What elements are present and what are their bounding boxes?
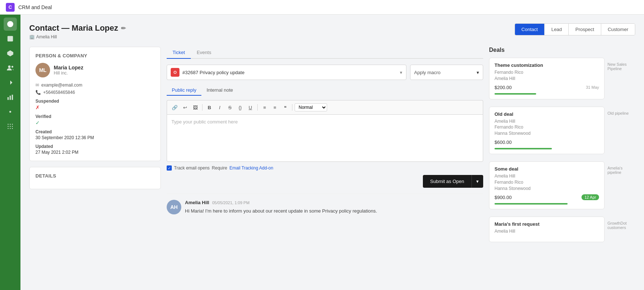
pipeline-label-3: Amelia's pipeline <box>606 161 635 175</box>
svg-point-4 <box>11 66 13 68</box>
svg-point-14 <box>12 126 13 127</box>
updated-label: Updated <box>35 144 155 149</box>
svg-rect-5 <box>8 97 9 100</box>
avatar: ML <box>35 63 50 77</box>
deal-name-4: Maria's first request <box>495 221 599 227</box>
person-company-title: Person & Company <box>35 53 155 58</box>
toolbar-sep-3 <box>292 104 292 111</box>
person-company-card: Person & Company ML Maria Lopez Hill inc… <box>29 47 161 161</box>
sidebar-icon-pipeline[interactable] <box>4 76 17 89</box>
person-info: ML Maria Lopez Hill inc. <box>35 63 155 77</box>
deal-row-2: Old deal Amelia HillFernando RicoHanna S… <box>489 107 635 158</box>
editor-placeholder: Type your public comment here <box>171 119 238 125</box>
sidebar-icon-apps[interactable] <box>4 120 17 133</box>
toolbar-ol-btn[interactable]: ≡ <box>270 103 280 112</box>
toolbar-link-btn[interactable]: 🔗 <box>170 103 179 112</box>
ticket-row: O #32687 Privacy policy update ▾ Apply m… <box>167 65 483 80</box>
deal-persons-1: Fernando RicoAmelia Hill <box>495 69 599 82</box>
email-icon: ✉ <box>35 83 39 88</box>
svg-point-15 <box>8 128 9 129</box>
deal-date-1: 31 May <box>586 85 599 89</box>
toolbar-italic-btn[interactable]: I <box>215 103 224 112</box>
ticket-chevron-icon: ▾ <box>400 70 402 75</box>
deal-amount-3: $900.00 <box>495 195 512 200</box>
comment-avatar: AH <box>167 200 181 214</box>
sidebar-icon-products[interactable] <box>4 47 17 60</box>
deal-card-3: Some deal Amelia HillFernando RicoHanna … <box>489 161 605 209</box>
track-email-checkbox[interactable]: ✓ <box>167 165 172 171</box>
sidebar-icon-home[interactable] <box>4 18 17 31</box>
toolbar-ul-btn[interactable]: ≡ <box>260 103 269 112</box>
deals-list: Theme customization Fernando RicoAmelia … <box>489 58 635 246</box>
top-bar: C CRM and Deal <box>0 0 644 15</box>
tab-events[interactable]: Events <box>191 47 217 59</box>
pipeline-label-2: Old pipeline <box>606 107 635 115</box>
created-value: 30 September 2020 12:36 PM <box>35 135 155 140</box>
toolbar-undo-btn[interactable]: ↩ <box>180 103 190 112</box>
page-header: Contact — Maria Lopez ✏ 🏢 Amelia Hill Co… <box>29 23 635 39</box>
sidebar-icon-settings[interactable] <box>4 105 17 118</box>
toolbar-underline-btn[interactable]: U <box>246 103 255 112</box>
deal-date-3: 12 Apr <box>582 194 599 200</box>
sidebar-icon-reports[interactable] <box>4 91 17 104</box>
toolbar-strike-btn[interactable]: S <box>225 103 235 112</box>
editor-area[interactable]: Type your public comment here <box>167 114 483 162</box>
main-content: Contact — Maria Lopez ✏ 🏢 Amelia Hill Co… <box>20 15 644 290</box>
deal-card-1: Theme customization Fernando RicoAmelia … <box>489 58 605 99</box>
deal-footer-1: $200.00 31 May <box>495 85 599 90</box>
person-company-name: Hill inc. <box>54 70 83 76</box>
macro-label: Apply macro <box>414 70 474 75</box>
svg-point-11 <box>12 124 13 125</box>
pipeline-label-1: New Sales Pipeline <box>606 58 635 71</box>
editor-toolbar: 🔗 ↩ 🖼 B I S {} U ≡ ≡ ❝ <box>167 100 483 114</box>
tab-contact[interactable]: Contact <box>515 24 545 35</box>
toolbar-quote-btn[interactable]: ❝ <box>280 103 290 112</box>
format-select[interactable]: Normal Heading 1 Heading 2 Heading 3 <box>295 103 327 111</box>
verified-label: Verified <box>35 114 155 119</box>
company-building-icon: 🏢 <box>29 34 35 39</box>
deal-row-4: Maria's first request Amelia Hill Growth… <box>489 217 635 246</box>
main-tabs: Ticket Events <box>167 47 483 59</box>
deal-name-3: Some deal <box>495 166 599 172</box>
macro-selector[interactable]: Apply macro ▾ <box>410 65 483 80</box>
app-title: CRM and Deal <box>18 4 52 10</box>
deal-footer-2: $600.00 <box>495 140 599 145</box>
tab-prospect[interactable]: Prospect <box>568 24 601 35</box>
comment-header: Amelia Hill 05/05/2021, 1:09 PM <box>185 200 483 205</box>
email-tracking-link[interactable]: Email Tracking Add-on <box>230 165 273 171</box>
pipeline-label-4: GrowthDot customers <box>606 217 635 230</box>
comment-author: Amelia Hill <box>185 200 209 205</box>
ticket-selector[interactable]: O #32687 Privacy policy update ▾ <box>167 65 406 80</box>
svg-rect-7 <box>12 95 13 100</box>
submit-chevron-button[interactable]: ▾ <box>471 175 483 188</box>
comment-item: AH Amelia Hill 05/05/2021, 1:09 PM Hi Ma… <box>167 194 483 215</box>
deal-name-2: Old deal <box>495 111 599 117</box>
deal-name-1: Theme customization <box>495 62 599 68</box>
verified-status: ✓ <box>35 120 155 126</box>
submit-button[interactable]: Submit as Open <box>423 175 471 188</box>
edit-icon[interactable]: ✏ <box>121 25 126 32</box>
deals-title: Deals <box>489 47 635 53</box>
phone-value: +564658465846 <box>43 90 75 95</box>
tab-lead[interactable]: Lead <box>544 24 568 35</box>
svg-point-0 <box>7 21 14 27</box>
toolbar-sep-2 <box>257 104 258 111</box>
toolbar-code-btn[interactable]: {} <box>235 103 245 112</box>
reply-tabs: Public reply Internal note <box>167 85 483 96</box>
toolbar-bold-btn[interactable]: B <box>205 103 214 112</box>
left-column: Person & Company ML Maria Lopez Hill inc… <box>29 47 161 249</box>
sidebar <box>0 15 20 290</box>
toolbar-image-btn[interactable]: 🖼 <box>190 103 200 112</box>
tab-customer[interactable]: Customer <box>601 24 635 35</box>
sidebar-icon-contacts[interactable] <box>4 61 17 75</box>
reply-tab-internal[interactable]: Internal note <box>201 85 238 96</box>
svg-marker-2 <box>7 50 14 57</box>
sidebar-icon-deals[interactable] <box>4 32 17 45</box>
email-value: example@email.com <box>41 83 82 88</box>
suspended-status: ✗ <box>35 104 155 110</box>
svg-rect-6 <box>10 96 11 100</box>
page-title: Contact — Maria Lopez ✏ <box>29 23 126 33</box>
reply-tab-public[interactable]: Public reply <box>167 85 201 96</box>
suspended-icon: ✗ <box>35 104 40 110</box>
tab-ticket[interactable]: Ticket <box>167 47 191 59</box>
